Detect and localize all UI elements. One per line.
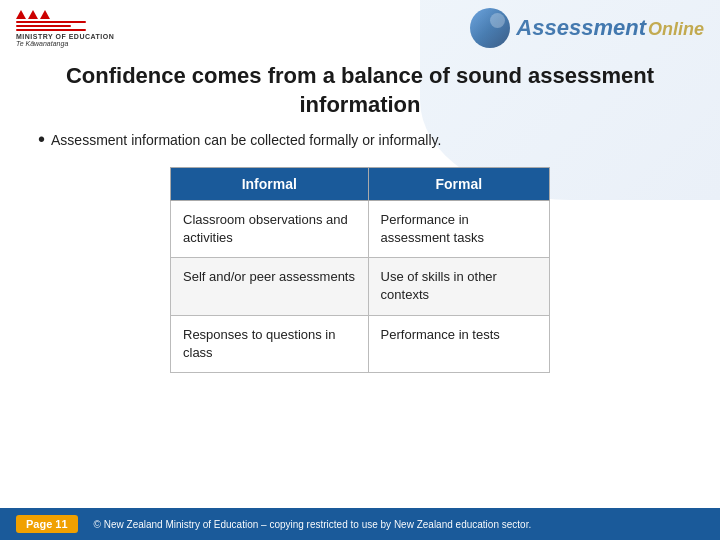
bullet-text: Assessment information can be collected …: [51, 131, 441, 151]
table-row: Self and/or peer assessmentsUse of skill…: [171, 258, 550, 315]
col-header-formal: Formal: [368, 167, 549, 200]
table-cell-formal: Performance in tests: [368, 315, 549, 372]
triangle-logo: [16, 10, 50, 19]
triangle-2: [28, 10, 38, 19]
table-cell-informal: Classroom observations and activities: [171, 200, 369, 257]
table-cell-informal: Responses to questions in class: [171, 315, 369, 372]
triangle-1: [16, 10, 26, 19]
bullet-point: • Assessment information can be collecte…: [30, 131, 690, 151]
main-content: Confidence comes from a balance of sound…: [0, 52, 720, 373]
line-3: [16, 29, 86, 31]
slide-title: Confidence comes from a balance of sound…: [30, 62, 690, 119]
page-badge: Page 11: [16, 515, 78, 533]
col-header-informal: Informal: [171, 167, 369, 200]
logo-left: MINISTRY OF EDUCATION Te Kāwanatanga: [16, 10, 114, 47]
footer: Page 11 © New Zealand Ministry of Educat…: [0, 508, 720, 540]
table-cell-informal: Self and/or peer assessments: [171, 258, 369, 315]
table-row: Responses to questions in classPerforman…: [171, 315, 550, 372]
triangle-3: [40, 10, 50, 19]
assessment-table: Informal Formal Classroom observations a…: [170, 167, 550, 373]
table-cell-formal: Performance in assessment tasks: [368, 200, 549, 257]
footer-copyright: © New Zealand Ministry of Education – co…: [94, 519, 532, 530]
ministry-lines: [16, 21, 86, 31]
table-cell-formal: Use of skills in other contexts: [368, 258, 549, 315]
bullet-icon: •: [38, 129, 45, 149]
te-kawa-text: Te Kāwanatanga: [16, 40, 68, 47]
ministry-name: MINISTRY OF EDUCATION: [16, 33, 114, 40]
table-row: Classroom observations and activitiesPer…: [171, 200, 550, 257]
line-2: [16, 25, 71, 27]
table-header-row: Informal Formal: [171, 167, 550, 200]
line-1: [16, 21, 86, 23]
